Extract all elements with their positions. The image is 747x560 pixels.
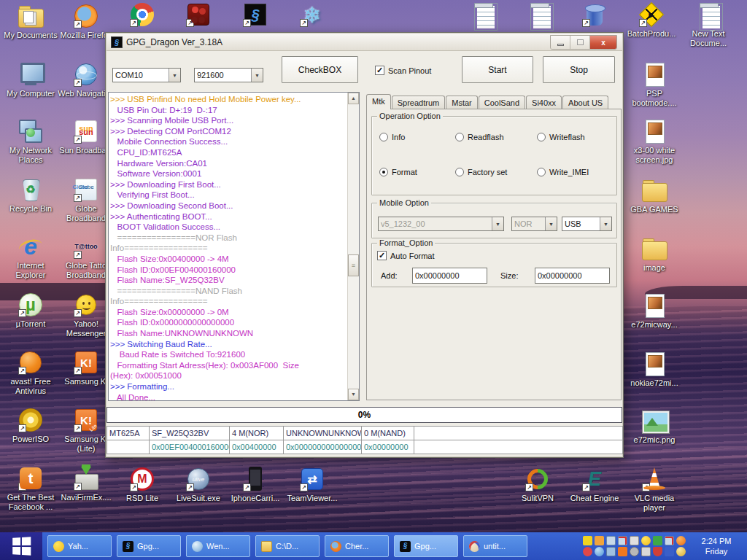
tab-si40xx[interactable]: Si40xx [526,96,562,109]
desktop-icon-nokiae72mi[interactable]: nokiae72mi... [625,351,684,388]
text-document-icon [695,1,721,28]
stop-button[interactable]: Stop [543,56,615,83]
desktop-icon-poweriso[interactable]: PowerISO [1,407,60,444]
desktop-icon-image-folder[interactable]: image [625,236,684,273]
radio-write-imei[interactable]: Write_IMEI [537,168,589,176]
desktop-icon-chrome[interactable] [113,1,171,29]
desktop-icon-facebook[interactable]: Get The Best Facebook ... [1,465,60,512]
taskbar-button-untitled-paint[interactable]: untit... [463,535,527,557]
desktop-icon-snowflake[interactable] [283,1,341,29]
firmware-select[interactable]: v5_1232_00 [378,217,504,231]
desktop-icon-vlc[interactable]: VLC media player [625,466,684,513]
log-line: Flash ID:0x0000000000000000 [110,317,346,328]
start-button[interactable]: Start [462,56,533,83]
tray-disc-icon[interactable] [676,547,686,556]
log-panel[interactable]: >>> USB Pinfind No need Hold Mobile Powe… [108,92,360,401]
desktop-icon-iphone-carrier[interactable]: IphoneCarri... [226,466,285,503]
tab-spreadtrum[interactable]: Spreadtrum [392,96,445,109]
radio-info[interactable]: Info [379,133,405,141]
tray-avast-icon[interactable] [676,536,686,545]
scroll-up-icon[interactable] [348,93,359,104]
radio-format[interactable]: Format [379,168,417,176]
tray-yahoo-icon[interactable] [641,536,651,545]
tray-mail-icon[interactable] [595,536,604,545]
tray-network-error-icon[interactable] [618,536,627,545]
desktop-icon-text-document-1[interactable] [454,1,512,29]
maximize-button[interactable] [570,36,590,49]
radio-writeflash[interactable]: Writeflash [537,133,585,141]
tray-app-icon[interactable] [583,547,592,556]
image-file-icon [641,292,667,319]
desktop-icon-sulitvpn[interactable]: SulitVPN [508,466,567,503]
shortcut-arrow-icon [300,483,308,491]
flash-type-select[interactable]: NOR [511,217,557,231]
tray-settings-icon[interactable] [630,547,639,556]
tab-mtk[interactable]: Mtk [366,94,391,109]
empty-cell [414,440,623,454]
title-bar[interactable]: GPG_Dragon Ver_3.18A x [107,34,622,51]
minimize-button[interactable] [551,36,570,49]
desktop-icon-internet-explorer[interactable]: Internet Explorer [1,233,60,280]
tray-kies-icon[interactable] [618,547,627,556]
desktop-icon-cheat-engine[interactable]: Cheat Engine [565,466,624,503]
taskbar-button-yahoo[interactable]: Yah... [47,535,112,557]
checkbox-button[interactable]: CheckBOX [282,56,358,83]
tab-coolsand[interactable]: CoolSand [479,96,525,109]
desktop-icon-red-machine[interactable] [169,1,228,29]
tab-about-us[interactable]: About US [562,96,608,109]
scrollbar-thumb[interactable] [348,254,359,276]
close-button[interactable]: x [590,36,616,49]
desktop-icon-batch-product[interactable]: BatchProdu... [622,1,681,39]
scan-pinout-checkbox[interactable]: Scan Pinout [375,66,431,75]
tray-batch-icon[interactable] [583,536,592,545]
desktop-icon-teamviewer[interactable]: TeamViewer... [283,466,341,503]
size-field[interactable] [535,268,610,284]
desktop-icon-my-network-places[interactable]: My Network Places [1,118,60,165]
scroll-down-icon[interactable] [348,389,359,400]
tray-idm-icon[interactable] [653,536,662,545]
tray-window-icon[interactable] [665,547,674,556]
auto-format-checkbox[interactable]: Auto Format [377,251,435,260]
add-field[interactable] [412,268,487,284]
tray-modem-icon[interactable] [606,547,616,556]
start-button[interactable] [0,532,42,560]
connection-select[interactable]: USB [562,217,612,231]
operation-option-group: Operation Option Info Readflash Writefla… [371,116,617,195]
desktop-icon-x3-00-white-screen[interactable]: x3-00 white screen.jpg [625,118,684,165]
desktop-icon-psp-bootmode[interactable]: PSP bootmode.... [625,61,684,108]
tray-network-icon[interactable] [606,536,616,545]
taskbar-button-gpg-2-active[interactable]: Gpg... [394,535,458,557]
desktop-icon-new-text-document[interactable]: New Text Docume... [679,1,738,48]
tab-mstar[interactable]: Mstar [446,96,478,109]
com-port-select[interactable]: COM10 [112,68,181,82]
log-line: Verifying First Boot... [110,190,346,201]
tray-volume-icon[interactable] [641,547,651,556]
desktop-icon-recycle-bin[interactable]: Recycle Bin [1,176,60,214]
tray-network-error2-icon[interactable] [665,536,674,545]
taskbar-button-gpg-1[interactable]: Gpg... [117,535,181,557]
desktop-icon-bucket[interactable] [565,1,624,29]
desktop-icon-utorrent[interactable]: µTorrent [1,292,60,329]
desktop-icon-e72mic-png[interactable]: e72mic.png [625,408,684,445]
taskbar-button-cherry[interactable]: Cher... [325,535,389,557]
radio-readflash[interactable]: Readflash [455,133,504,141]
baud-rate-select[interactable]: 921600 [194,68,263,82]
tray-security-shield-icon[interactable] [653,547,662,556]
desktop-icon-gpg-dragon[interactable] [226,1,285,29]
desktop-icon-navifirm[interactable]: NaviFirmEx.... [57,465,115,502]
desktop-icon-gba-games[interactable]: GBA GAMES [625,177,684,214]
taskbar-button-wen[interactable]: Wen... [186,535,250,557]
desktop-icon-my-documents[interactable]: My Documents [1,3,60,40]
radio-factory-set[interactable]: Factory set [455,168,507,176]
desktop-icon-livesuit[interactable]: LiveSuit.exe [169,466,228,503]
tray-globe-icon[interactable] [595,547,604,556]
desktop-icon-avast[interactable]: avast! Free Antivirus [1,349,60,396]
log-scrollbar[interactable] [347,93,359,400]
taskbar-button-explorer[interactable]: C:\D... [255,535,320,557]
desktop-icon-e72micway[interactable]: e72micway... [625,292,684,330]
desktop-icon-text-document-2[interactable] [510,1,568,29]
desktop-icon-my-computer[interactable]: My Computer [1,61,60,98]
taskbar-clock[interactable]: 2:24 PM Friday [690,536,743,556]
tray-usb-icon[interactable] [630,536,639,545]
desktop-icon-rsd-lite[interactable]: RSD Lite [113,466,171,503]
